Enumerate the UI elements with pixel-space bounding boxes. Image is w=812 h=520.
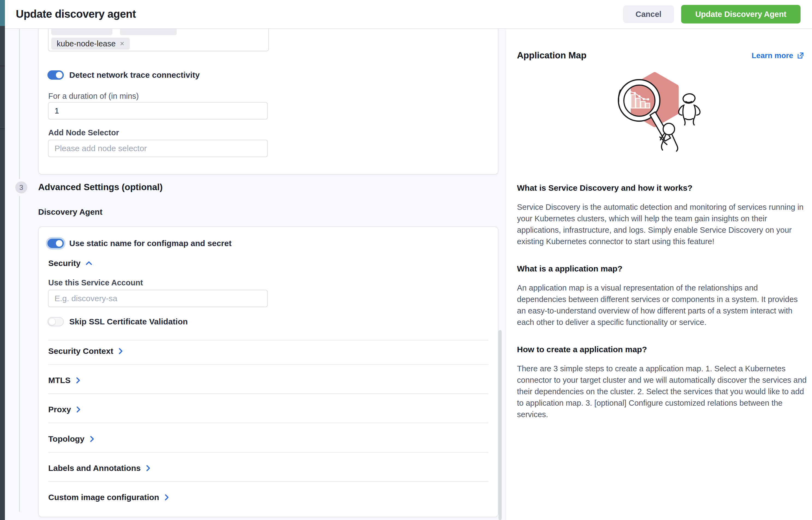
duration-label: For a duration of (in mins) bbox=[48, 92, 139, 101]
learn-more-label: Learn more bbox=[752, 51, 793, 60]
skip-ssl-toggle[interactable] bbox=[48, 317, 64, 326]
sidebar-logo-strip bbox=[0, 0, 5, 26]
divider bbox=[48, 393, 488, 394]
update-discovery-agent-screen: kube-node-lease × Detect network trace c… bbox=[0, 0, 812, 520]
network-trace-toggle-label: Detect network trace connectivity bbox=[69, 70, 200, 80]
section-row-label: Security Context bbox=[48, 346, 113, 356]
learn-more-link[interactable]: Learn more bbox=[752, 51, 804, 60]
chevron-right-icon bbox=[118, 347, 123, 355]
chip-remove-icon[interactable]: × bbox=[120, 40, 124, 48]
node-selector-input[interactable] bbox=[48, 140, 268, 157]
network-trace-toggle[interactable] bbox=[48, 70, 64, 80]
section-row-labels-annotations[interactable]: Labels and Annotations bbox=[48, 464, 151, 473]
section-row-topology[interactable]: Topology bbox=[48, 434, 94, 444]
stepper-line bbox=[19, 29, 20, 179]
advanced-settings-card: Use static name for configmap and secret… bbox=[38, 227, 498, 517]
help-body: Service Discovery is the automatic detec… bbox=[517, 201, 807, 247]
service-account-input[interactable] bbox=[48, 290, 268, 307]
divider bbox=[48, 364, 488, 365]
chevron-right-icon bbox=[89, 436, 94, 443]
section-row-label: MTLS bbox=[48, 376, 71, 385]
page-header: Update discovery agent Cancel Update Dis… bbox=[5, 0, 812, 29]
chevron-right-icon bbox=[164, 494, 169, 501]
section-row-mtls[interactable]: MTLS bbox=[48, 376, 80, 385]
stepper-line bbox=[19, 196, 20, 512]
panel-title: Application Map bbox=[517, 50, 587, 60]
chevron-up-icon bbox=[85, 261, 92, 266]
scrollbar-thumb[interactable] bbox=[498, 330, 502, 520]
sidebar-divider bbox=[0, 66, 5, 66]
section-row-custom-image[interactable]: Custom image configuration bbox=[48, 493, 169, 502]
page-title: Update discovery agent bbox=[16, 8, 136, 20]
security-section-label: Security bbox=[48, 259, 80, 268]
collapsed-sidebar bbox=[0, 0, 5, 520]
help-heading: What is a application map? bbox=[517, 264, 807, 274]
service-account-label: Use this Service Account bbox=[48, 278, 143, 287]
external-link-icon bbox=[796, 52, 804, 59]
chip-label: kube-node-lease bbox=[57, 39, 116, 48]
update-discovery-agent-button[interactable]: Update Discovery Agent bbox=[681, 5, 801, 23]
header-actions: Cancel Update Discovery Agent bbox=[623, 0, 801, 28]
application-map-illustration bbox=[608, 63, 750, 166]
help-body: An application map is a visual represent… bbox=[517, 282, 807, 328]
help-body: There are 3 simple steps to create a app… bbox=[517, 363, 807, 420]
security-section-header[interactable]: Security bbox=[48, 259, 92, 268]
help-heading: What is Service Discovery and how it wor… bbox=[517, 183, 807, 192]
static-name-toggle[interactable] bbox=[48, 239, 64, 248]
chevron-right-icon bbox=[76, 406, 81, 413]
application-map-panel: Application Map Learn more bbox=[506, 29, 812, 520]
divider bbox=[48, 340, 488, 340]
step-number-badge: 3 bbox=[15, 181, 27, 193]
node-selector-label: Add Node Selector bbox=[48, 128, 119, 137]
section-row-label: Custom image configuration bbox=[48, 493, 159, 502]
divider bbox=[48, 423, 488, 423]
section-row-label: Topology bbox=[48, 434, 84, 444]
panel-help-sections: What is Service Discovery and how it wor… bbox=[517, 183, 807, 437]
section-row-security-context[interactable]: Security Context bbox=[48, 346, 123, 356]
skip-ssl-toggle-label: Skip SSL Certificate Validation bbox=[69, 317, 188, 326]
section-row-label: Proxy bbox=[48, 405, 71, 414]
chevron-right-icon bbox=[76, 377, 80, 384]
discovery-settings-card: kube-node-lease × Detect network trace c… bbox=[38, 16, 498, 175]
divider bbox=[48, 452, 488, 452]
section-row-proxy[interactable]: Proxy bbox=[48, 405, 81, 414]
sidebar-divider bbox=[0, 128, 5, 129]
help-heading: How to create a application map? bbox=[517, 345, 807, 354]
duration-input[interactable] bbox=[48, 102, 268, 120]
advanced-settings-title: Advanced Settings (optional) bbox=[38, 182, 163, 192]
static-name-toggle-label: Use static name for configmap and secret bbox=[69, 239, 232, 248]
discovery-agent-subtitle: Discovery Agent bbox=[38, 207, 103, 217]
namespace-chip[interactable]: kube-node-lease × bbox=[51, 38, 130, 50]
section-row-label: Labels and Annotations bbox=[48, 464, 141, 473]
cancel-button[interactable]: Cancel bbox=[623, 5, 674, 23]
divider bbox=[48, 481, 488, 482]
chevron-right-icon bbox=[145, 465, 151, 472]
